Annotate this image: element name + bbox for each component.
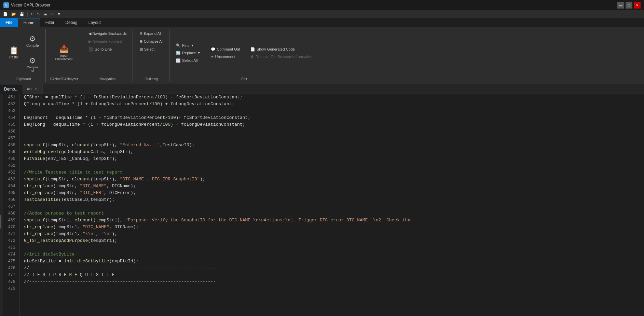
code-line-479 — [23, 285, 644, 292]
navigation-label: Navigation — [99, 76, 115, 81]
code-line-464: str_replace(tempStr, "DTC_NAME", DTCName… — [23, 183, 644, 190]
ribbon-content: 📋 Paste ⚙ Compile ⚙ Compile All Clipboar… — [0, 27, 644, 84]
code-line-469: snprintf(tempStr1, elcount(tempStr1), "P… — [23, 217, 644, 224]
app-title: Vector CAPL Browser — [11, 3, 51, 8]
code-line-458: snprintf(tempStr, elcount(tempStr), "Ent… — [23, 142, 644, 149]
quick-access-toolbar: 📄 📂 💾 | ↶ ↷ ⛰ ↪ ▼ — [0, 10, 644, 18]
app-icon: V — [3, 2, 9, 8]
nav-fwd-icon: ▶ — [88, 39, 91, 44]
title-bar-controls[interactable]: — □ ✕ — [617, 2, 641, 9]
qa-new[interactable]: 📄 — [2, 12, 9, 17]
tab-debug[interactable]: Debug — [60, 18, 83, 27]
doc-tab-close-1[interactable]: ✕ — [33, 86, 38, 91]
select-button[interactable]: ▤ Select — [137, 46, 157, 53]
code-line-474: //init dtcSetByLite — [23, 251, 644, 258]
code-line-478: //--------------------------------------… — [23, 278, 644, 285]
ribbon-group-navigation: ◀ Navigate Backwards ▶ Navigate Forward … — [83, 29, 133, 82]
import-icon: 📥 — [59, 45, 69, 53]
code-line-452: QTLong = qualTime * (1 + fcLongDeviation… — [23, 101, 644, 108]
tab-filter[interactable]: Filter — [40, 18, 60, 27]
remove-old-browser-button[interactable]: 🗑 Remove Old Browser Infrormation — [248, 53, 315, 60]
show-generated-code-button[interactable]: 📄 Show Generated Code — [248, 46, 315, 53]
tab-home[interactable]: Home — [18, 18, 40, 27]
compile-all-button[interactable]: ⚙ Compile All — [23, 53, 42, 76]
code-line-451: QTShort = qualTime * (1 - fcShortDeviati… — [23, 94, 644, 101]
goto-icon: ⬛ — [88, 47, 93, 52]
replace-button[interactable]: 🔄 Replace ▼ — [174, 50, 203, 56]
comment-col: 💬 Comment Out ✂ Uncomment — [208, 46, 243, 60]
navigate-backwards-button[interactable]: ◀ Navigate Backwards — [86, 30, 129, 37]
import-environment-button[interactable]: 📥 Import Environment — [52, 42, 76, 64]
comment-icon: 💬 — [211, 47, 216, 52]
canalyzer-label: CANoe/CANalyzer — [50, 76, 78, 81]
qa-dropdown[interactable]: ▼ — [56, 12, 62, 16]
doc-tab-1[interactable]: an ✕ — [23, 84, 43, 94]
line-numbers: 4514524534544554564574584594604614624634… — [3, 94, 20, 316]
minimize-button[interactable]: — — [617, 2, 624, 9]
code-line-454: DeQTShort = dequalTime * (1 - fcShortDev… — [23, 114, 644, 121]
code-line-466: TestCaseTitle(TestCaseID,tempStr); — [23, 196, 644, 203]
title-bar-left: V Vector CAPL Browser — [3, 2, 51, 8]
navigate-forward-button[interactable]: ▶ Navigate Forward — [86, 38, 125, 45]
qa-undo[interactable]: ↶ — [29, 12, 35, 17]
code-line-456 — [23, 128, 644, 135]
remove-icon: 🗑 — [250, 55, 254, 59]
qa-open[interactable]: 📂 — [10, 12, 17, 17]
code-line-457 — [23, 135, 644, 142]
code-content[interactable]: QTShort = qualTime * (1 - fcShortDeviati… — [20, 94, 644, 316]
code-line-470: str_replace(tempStr1, "DTC_NAME", DTCNam… — [23, 224, 644, 231]
uncomment-button[interactable]: ✂ Uncomment — [208, 53, 243, 60]
select-icon: ▤ — [139, 47, 143, 52]
code-line-459: writeDbgLevel(gcDebugFuncCalls, tempStr)… — [23, 149, 644, 155]
code-editor: 4514524534544554564574584594604614624634… — [0, 94, 644, 316]
compile-button[interactable]: ⚙ Compile — [23, 30, 42, 53]
canalyzer-buttons: 📥 Import Environment — [52, 30, 76, 76]
select-all-button[interactable]: ⬜ Select All — [174, 57, 203, 64]
code-line-463: snprintf(tempStr, elcount(tempStr), "DTC… — [23, 176, 644, 183]
find-replace-col: 🔍 Find ▼ 🔄 Replace ▼ ⬜ Select All — [174, 42, 203, 64]
find-icon: 🔍 — [176, 43, 181, 48]
outlining-label: Outlining — [145, 76, 158, 81]
generated-col: 📄 Show Generated Code 🗑 Remove Old Brows… — [248, 46, 315, 60]
paste-button[interactable]: 📋 Paste — [5, 42, 22, 64]
sidebar-handle[interactable] — [0, 94, 3, 316]
code-line-475: dtcSetByLite = init_dtcSetbyLite(expDtcI… — [23, 258, 644, 265]
code-line-477: // T E S T P R E R E Q U I S I T E — [23, 272, 644, 278]
navigation-buttons: ◀ Navigate Backwards ▶ Navigate Forward … — [86, 30, 129, 76]
go-to-line-button[interactable]: ⬛ Go to Line — [86, 46, 114, 53]
code-line-471: str_replace(tempStr1, "\\n", "\n"); — [23, 231, 644, 237]
doc-tab-0[interactable]: Demo... — [0, 84, 23, 94]
qa-fwd[interactable]: ↪ — [50, 12, 55, 17]
code-line-472: G_TST_TestStepAddPurpose(tempStr1); — [23, 237, 644, 244]
tab-layout[interactable]: Layout — [83, 18, 106, 27]
code-line-460: PutValue(env_TEST_CanLog, tempStr); — [23, 155, 644, 162]
code-line-467 — [23, 203, 644, 210]
qa-back[interactable]: ⛰ — [42, 12, 48, 16]
maximize-button[interactable]: □ — [626, 2, 632, 9]
compile-icon: ⚙ — [29, 35, 36, 43]
close-button[interactable]: ✕ — [634, 2, 641, 9]
expand-all-button[interactable]: ⊞ Expand All — [137, 30, 164, 37]
paste-icon: 📋 — [9, 47, 18, 54]
tab-file[interactable]: File — [0, 18, 18, 27]
find-button[interactable]: 🔍 Find ▼ — [174, 42, 203, 49]
document-tabs: Demo... an ✕ — [0, 84, 644, 94]
outlining-buttons: ⊞ Expand All ⊟ Collapse All ▤ Select — [137, 30, 166, 76]
code-line-461 — [23, 162, 644, 169]
expand-icon: ⊞ — [139, 31, 142, 36]
code-line-462: //Write Testcase title to test report — [23, 169, 644, 176]
comment-out-button[interactable]: 💬 Comment Out — [208, 46, 243, 53]
code-line-465: str_replace(tempStr, "DTC_ERR", DTCError… — [23, 190, 644, 196]
code-line-476: //--------------------------------------… — [23, 265, 644, 272]
code-line-468: //Added purpose to test report — [23, 210, 644, 217]
qa-save[interactable]: 💾 — [18, 12, 25, 17]
ribbon-group-canalyzer: 📥 Import Environment CANoe/CANalyzer — [46, 29, 82, 82]
qa-redo[interactable]: ↷ — [36, 12, 41, 17]
collapse-icon: ⊟ — [139, 39, 142, 44]
replace-icon: 🔄 — [176, 51, 181, 55]
compile-all-icon: ⚙ — [29, 57, 36, 65]
clipboard-buttons: 📋 Paste ⚙ Compile ⚙ Compile All — [5, 30, 42, 76]
generated-icon: 📄 — [250, 47, 255, 52]
collapse-all-button[interactable]: ⊟ Collapse All — [137, 38, 166, 45]
nav-back-icon: ◀ — [88, 31, 91, 36]
